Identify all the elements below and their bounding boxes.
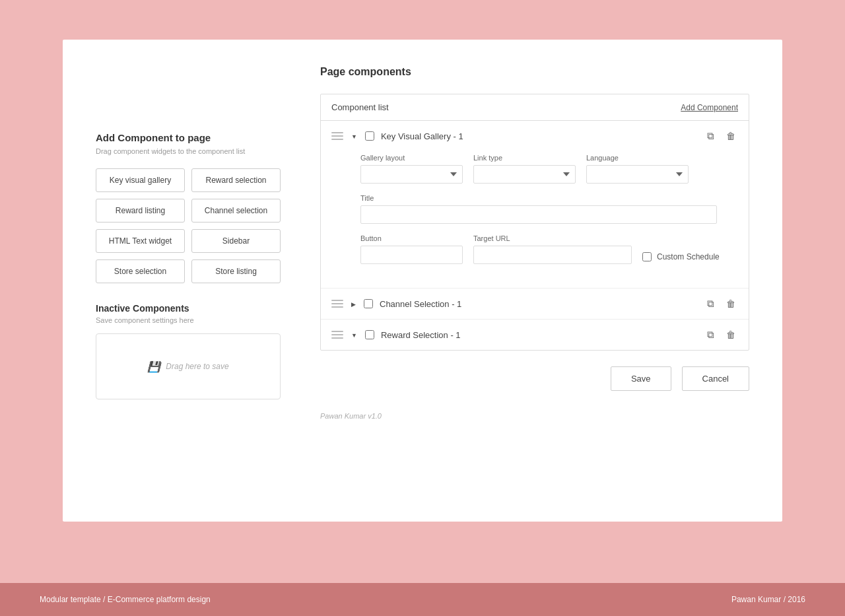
custom-schedule-label: Custom Schedule: [657, 252, 720, 261]
gallery-layout-group: Gallery layout: [360, 154, 463, 184]
drop-zone[interactable]: 💾 Drag here to save: [96, 333, 281, 399]
expand-arrow-rs[interactable]: [350, 330, 358, 340]
inactive-subtitle: Save component settings here: [96, 316, 281, 324]
button-input[interactable]: [360, 246, 463, 264]
link-type-label: Link type: [473, 154, 576, 162]
form-row-1: Gallery layout Link type: [360, 154, 738, 184]
copy-button-kvg[interactable]: [704, 129, 717, 143]
component-name-rs: Reward Selection - 1: [381, 330, 698, 340]
form-row-3: Button Target URL Custom Schedule: [360, 234, 738, 264]
copy-button-cs[interactable]: [704, 296, 717, 311]
gallery-layout-label: Gallery layout: [360, 154, 463, 162]
link-type-select[interactable]: [473, 165, 576, 184]
expand-arrow-cs[interactable]: [350, 299, 357, 309]
save-icon: 💾: [147, 360, 160, 373]
widget-html-text-widget[interactable]: HTML Text widget: [96, 229, 185, 253]
component-name-cs: Channel Selection - 1: [380, 299, 698, 309]
expand-arrow-kvg[interactable]: [350, 131, 358, 141]
component-row-cs: Channel Selection - 1: [331, 296, 738, 311]
copy-button-rs[interactable]: [704, 327, 717, 342]
checkbox-cs[interactable]: [364, 299, 373, 308]
title-group: Title: [360, 194, 717, 224]
add-component-subtitle: Drag component widgets to the component …: [96, 147, 281, 155]
form-row-2: Title: [360, 194, 738, 224]
target-url-input[interactable]: [473, 246, 632, 264]
component-details-kvg: Gallery layout Link type: [331, 143, 738, 280]
add-component-title: Add Component to page: [96, 132, 281, 143]
custom-schedule-checkbox[interactable]: [642, 252, 652, 261]
add-component-link[interactable]: Add Component: [681, 103, 738, 112]
delete-button-rs[interactable]: [724, 327, 738, 342]
drag-handle-rs[interactable]: [331, 331, 343, 339]
checkbox-rs[interactable]: [365, 330, 374, 339]
language-select[interactable]: [586, 165, 689, 184]
page-title: Page components: [320, 66, 749, 78]
component-row-rs: Reward Selection - 1: [331, 327, 738, 342]
right-panel: Page components Component list Add Compo…: [320, 66, 749, 489]
widget-key-visual-gallery[interactable]: Key visual gallery: [96, 168, 185, 192]
widget-channel-selection[interactable]: Channel selection: [191, 199, 281, 222]
inactive-section: Inactive Components Save component setti…: [96, 303, 281, 399]
drop-label: Drag here to save: [166, 362, 228, 371]
component-item-key-visual-gallery: Key Visual Gallery - 1 Gallery layout: [321, 121, 749, 289]
custom-schedule-group: Custom Schedule: [642, 238, 720, 261]
credit-text: Pawan Kumar v1.0: [320, 412, 382, 420]
checkbox-kvg[interactable]: [365, 131, 374, 141]
widget-sidebar[interactable]: Sidebar: [191, 229, 281, 253]
component-list-label: Component list: [331, 102, 389, 112]
footer-left: Modular template / E-Commerce platform d…: [40, 595, 211, 604]
target-url-label: Target URL: [473, 234, 632, 242]
title-label: Title: [360, 194, 717, 202]
drag-handle-kvg[interactable]: [331, 132, 343, 140]
button-label: Button: [360, 234, 463, 242]
language-group: Language: [586, 154, 689, 184]
cancel-button[interactable]: Cancel: [682, 366, 749, 391]
inactive-title: Inactive Components: [96, 303, 281, 314]
button-group: Button: [360, 234, 463, 264]
credit-area: Pawan Kumar v1.0: [320, 411, 749, 421]
component-item-reward-selection: Reward Selection - 1: [321, 320, 749, 350]
widget-store-listing[interactable]: Store listing: [191, 259, 281, 283]
link-type-group: Link type: [473, 154, 576, 184]
widget-reward-listing[interactable]: Reward listing: [96, 199, 185, 222]
language-label: Language: [586, 154, 689, 162]
drag-handle-cs[interactable]: [331, 300, 343, 308]
delete-button-kvg[interactable]: [724, 129, 738, 143]
widget-reward-selection[interactable]: Reward selection: [191, 168, 281, 192]
save-button[interactable]: Save: [611, 366, 671, 391]
widget-store-selection[interactable]: Store selection: [96, 259, 185, 283]
widget-grid: Key visual gallery Reward selection Rewa…: [96, 168, 281, 283]
gallery-layout-select[interactable]: [360, 165, 463, 184]
component-list-header: Component list Add Component: [321, 94, 749, 121]
delete-button-cs[interactable]: [724, 296, 738, 311]
title-input[interactable]: [360, 205, 717, 224]
footer-right: Pawan Kumar / 2016: [731, 595, 805, 604]
action-buttons: Save Cancel: [320, 366, 749, 391]
component-row-kvg: Key Visual Gallery - 1: [331, 129, 738, 143]
component-list-box: Component list Add Component Key Visual …: [320, 94, 749, 351]
component-item-channel-selection: Channel Selection - 1: [321, 289, 749, 320]
component-name-kvg: Key Visual Gallery - 1: [381, 131, 698, 141]
target-url-group: Target URL: [473, 234, 632, 264]
left-panel: Add Component to page Drag component wid…: [96, 66, 281, 489]
page-footer: Modular template / E-Commerce platform d…: [0, 583, 845, 616]
